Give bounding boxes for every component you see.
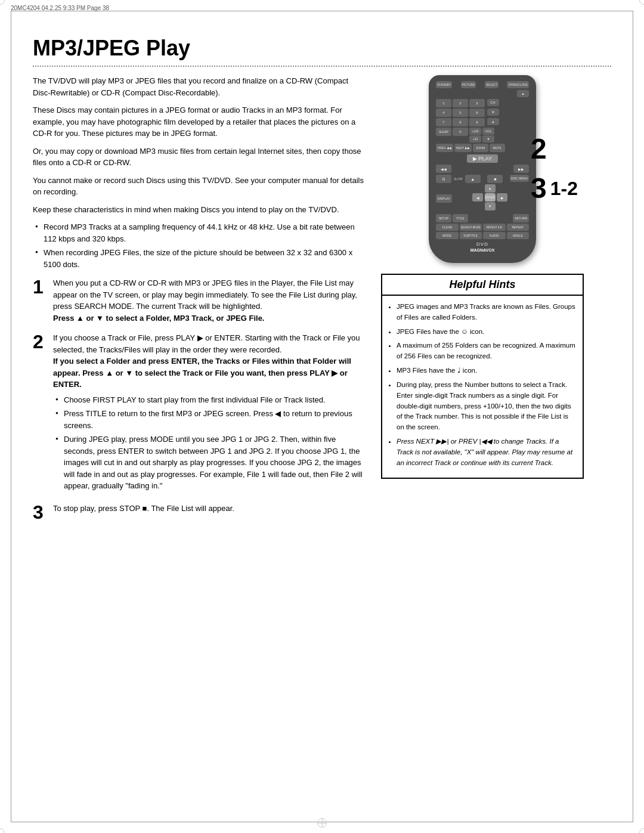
step-2-bullets: Choose FIRST PLAY to start play from the… bbox=[53, 394, 367, 492]
remote-arrow-row: ▲ bbox=[436, 90, 529, 97]
label-3: 3 bbox=[531, 174, 547, 203]
btn-slow[interactable]: ▲ bbox=[465, 175, 481, 183]
pause-row: II SLOW ▲ ■ DISC MENU bbox=[436, 175, 529, 183]
btn-repeat[interactable]: REPEAT bbox=[507, 224, 530, 231]
btn-disc-menu[interactable]: DISC MENU bbox=[510, 175, 529, 182]
transport-row: ◀◀ ▶▶ bbox=[436, 165, 529, 173]
corner-marker-br bbox=[639, 828, 644, 833]
btn-4[interactable]: 4 bbox=[436, 109, 451, 117]
btn-nav-right[interactable]: ▶ bbox=[497, 193, 507, 202]
btn-9[interactable]: 9 bbox=[469, 118, 485, 126]
btn-nav-down[interactable]: ▼ bbox=[485, 202, 496, 210]
bottom-btns-2: MODE SUBTITLE AUDIO ANGLE bbox=[436, 232, 529, 239]
remote-container: STANDBY PICTURE SELECT OPEN/CLOSE ▲ 1 bbox=[429, 75, 536, 263]
vol-col: VOL ▼ bbox=[482, 128, 494, 143]
step-2-bullet-3: During JPEG play, press MODE until you s… bbox=[55, 433, 367, 492]
btn-vol-up[interactable]: ▲ bbox=[487, 118, 499, 125]
sleep-row: SLEEP 0 +100 +10 VOL ▼ bbox=[436, 128, 529, 143]
btn-play[interactable]: ▶ PLAY bbox=[467, 154, 498, 163]
label-3-and-combo: 3 1-2 bbox=[531, 174, 578, 203]
remote-brand-logo: MAGNAVOX bbox=[436, 248, 529, 252]
btn-0[interactable]: 0 bbox=[453, 128, 468, 136]
btn-subtitle[interactable]: SUBTITLE bbox=[460, 232, 482, 239]
crosshair-circle bbox=[317, 818, 327, 828]
btn-ch-dn[interactable]: ▼ bbox=[487, 109, 499, 116]
btn-vol-dn[interactable]: ▼ bbox=[482, 135, 494, 143]
display-col: DISPLAY bbox=[436, 194, 452, 203]
btn-display[interactable]: DISPLAY bbox=[436, 194, 452, 203]
btn-ch-up[interactable]: ▲ bbox=[517, 90, 529, 97]
btn-return[interactable]: RETURN bbox=[513, 214, 529, 222]
numrow2: 4 5 6 ▼ bbox=[436, 109, 529, 117]
vol-up-col: ▲ bbox=[487, 118, 499, 126]
btn-angle[interactable]: ANGLE bbox=[507, 232, 530, 239]
remote-with-labels: STANDBY PICTURE SELECT OPEN/CLOSE ▲ 1 bbox=[429, 75, 536, 263]
btn-prev[interactable]: PREV ◀◀ bbox=[436, 144, 453, 152]
btn-setup[interactable]: SETUP bbox=[436, 214, 451, 222]
numrow3: 7 8 9 ▲ bbox=[436, 118, 529, 126]
cross-h bbox=[318, 823, 326, 823]
btn-1[interactable]: 1 bbox=[436, 99, 451, 107]
vol-label: VOL bbox=[482, 128, 494, 135]
ch-col: CH. bbox=[487, 99, 499, 107]
btn-nav-up[interactable]: ▲ bbox=[485, 184, 496, 193]
numrow1: 1 2 3 CH. bbox=[436, 99, 529, 107]
btn-fwd[interactable]: ▶▶ bbox=[513, 165, 529, 173]
btn-3[interactable]: 3 bbox=[469, 99, 485, 107]
ch-dn-col: ▼ bbox=[487, 109, 499, 117]
play-row: ▶ PLAY bbox=[436, 154, 529, 163]
btn-stop[interactable]: ■ bbox=[487, 175, 503, 183]
corner-marker-bl bbox=[0, 828, 5, 833]
btn-standby[interactable]: STANDBY bbox=[436, 81, 452, 88]
prev-next-row: PREV ◀◀ NEXT ▶▶ ZOOM MUTE bbox=[436, 144, 529, 152]
remote-control: STANDBY PICTURE SELECT OPEN/CLOSE ▲ 1 bbox=[429, 75, 536, 263]
btn-pause[interactable]: II bbox=[436, 175, 451, 183]
btn-enter[interactable]: ENTER bbox=[485, 193, 496, 202]
btn-select[interactable]: SELECT bbox=[485, 81, 499, 88]
btn-mute[interactable]: MUTE bbox=[490, 144, 505, 152]
label-1-2: 1-2 bbox=[550, 179, 578, 198]
btn-plus10[interactable]: +10 bbox=[469, 135, 481, 143]
btn-rew[interactable]: ◀◀ bbox=[436, 165, 451, 173]
btn-plus100[interactable]: +100 bbox=[469, 128, 481, 135]
bullet-1: Record MP3 Tracks at a sampling frequenc… bbox=[35, 221, 367, 244]
btn-search-mode[interactable]: SEARCH MODE bbox=[460, 224, 482, 231]
btn-5[interactable]: 5 bbox=[453, 109, 468, 117]
btn-mode[interactable]: MODE bbox=[436, 232, 459, 239]
plus-col: +100 +10 bbox=[469, 128, 481, 143]
remote-dvd-label: DVD bbox=[436, 241, 529, 247]
btn-open-close[interactable]: OPEN/CLOSE bbox=[507, 81, 529, 88]
btn-nav-left[interactable]: ◀ bbox=[472, 193, 483, 202]
slow-label: SLOW bbox=[453, 175, 464, 183]
label-2: 2 bbox=[531, 135, 547, 163]
nav-section: DISPLAY ▲ ◀ ENTER ▶ ▼ bbox=[436, 184, 529, 212]
step-2-bullet-2: Press TITLE to return to the first MP3 o… bbox=[55, 408, 367, 431]
btn-title[interactable]: TITLE bbox=[453, 214, 468, 222]
btn-6[interactable]: 6 bbox=[469, 109, 485, 117]
btn-zoom[interactable]: ZOOM bbox=[473, 144, 488, 152]
btn-ch-label: CH. bbox=[487, 99, 499, 106]
btn-repeat-ab[interactable]: REPEAT A·B bbox=[483, 224, 506, 231]
btn-2[interactable]: 2 bbox=[453, 99, 468, 107]
number-overlays: 2 3 1-2 bbox=[531, 135, 578, 203]
page-header: 20MC4204 04.2.25 9:33 PM Page 38 bbox=[11, 5, 633, 11]
btn-next[interactable]: NEXT ▶▶ bbox=[454, 144, 472, 152]
remote-top-row: STANDBY PICTURE SELECT OPEN/CLOSE bbox=[436, 81, 529, 88]
btn-8[interactable]: 8 bbox=[453, 118, 468, 126]
btn-picture[interactable]: PICTURE bbox=[461, 81, 476, 88]
btn-clear[interactable]: CLEAR bbox=[436, 224, 459, 231]
setup-row: SETUP TITLE RETURN bbox=[436, 214, 529, 222]
btn-7[interactable]: 7 bbox=[436, 118, 451, 126]
nav-cross: ▲ ◀ ENTER ▶ ▼ bbox=[472, 184, 508, 210]
step-2-bullet-1: Choose FIRST PLAY to start play from the… bbox=[55, 394, 367, 406]
btn-sleep[interactable]: SLEEP bbox=[436, 128, 451, 136]
bottom-btns-1: CLEAR SEARCH MODE REPEAT A·B REPEAT bbox=[436, 224, 529, 231]
btn-audio[interactable]: AUDIO bbox=[483, 232, 506, 239]
bullet-2: When recording JPEG Files, the size of t… bbox=[35, 247, 367, 270]
bottom-center-marker bbox=[317, 818, 327, 828]
